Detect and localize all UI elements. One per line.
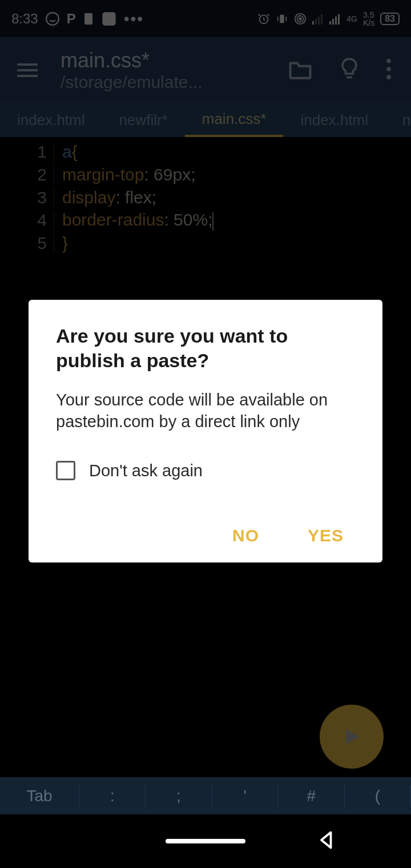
dialog-title: Are you sure you want to publish a paste… bbox=[56, 324, 355, 372]
symbol-key-2[interactable]: ; bbox=[146, 785, 212, 807]
symbol-key-5[interactable]: ( bbox=[345, 785, 411, 807]
home-pill[interactable] bbox=[166, 839, 245, 843]
symbol-key-0[interactable]: Tab bbox=[0, 785, 79, 807]
no-button[interactable]: NO bbox=[232, 526, 259, 545]
play-icon bbox=[340, 725, 363, 748]
symbol-key-4[interactable]: # bbox=[279, 785, 345, 807]
dont-ask-label: Don't ask again bbox=[89, 461, 203, 480]
symbol-key-3[interactable]: ' bbox=[212, 785, 279, 807]
back-icon[interactable] bbox=[316, 830, 337, 853]
run-fab[interactable] bbox=[320, 705, 384, 769]
publish-dialog: Are you sure you want to publish a paste… bbox=[29, 300, 382, 562]
symbol-key-1[interactable]: : bbox=[79, 785, 146, 807]
dont-ask-checkbox[interactable] bbox=[56, 461, 75, 480]
dialog-body: Your source code will be available on pa… bbox=[56, 389, 355, 432]
yes-button[interactable]: YES bbox=[308, 526, 344, 545]
system-nav-bar bbox=[0, 814, 411, 868]
symbol-toolbar[interactable]: Tab:;'#( bbox=[0, 777, 411, 814]
